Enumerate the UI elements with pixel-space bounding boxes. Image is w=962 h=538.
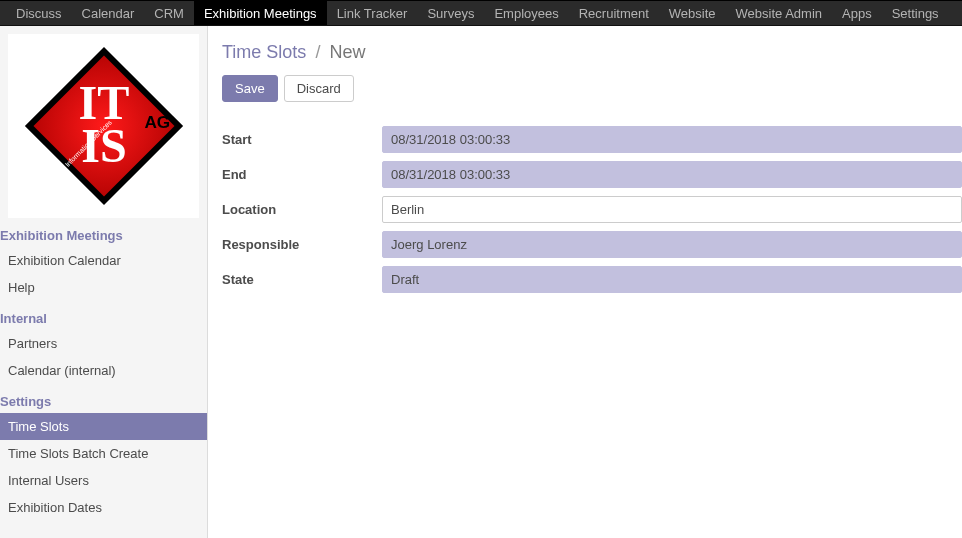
breadcrumb-parent[interactable]: Time Slots [222,42,306,62]
main-content: Time Slots / New Save Discard Start End … [208,26,962,538]
input-end[interactable] [382,161,962,188]
nav-calendar[interactable]: Calendar [72,1,145,25]
nav-website-admin[interactable]: Website Admin [726,1,832,25]
input-start[interactable] [382,126,962,153]
sidebar-section-exhibition-meetings: Exhibition Meetings [0,218,207,247]
sidebar-item-calendar-internal[interactable]: Calendar (internal) [0,357,207,384]
sidebar-section-internal: Internal [0,301,207,330]
sidebar-item-help[interactable]: Help [0,274,207,301]
nav-apps[interactable]: Apps [832,1,882,25]
nav-recruitment[interactable]: Recruitment [569,1,659,25]
logo-icon: IT IS AG Information Technologies Inform… [18,40,190,212]
nav-website[interactable]: Website [659,1,726,25]
save-button[interactable]: Save [222,75,278,102]
label-location: Location [222,202,382,217]
label-end: End [222,167,382,182]
top-nav: Discuss Calendar CRM Exhibition Meetings… [0,0,962,26]
label-responsible: Responsible [222,237,382,252]
sidebar-item-partners[interactable]: Partners [0,330,207,357]
nav-employees[interactable]: Employees [484,1,568,25]
sidebar-item-exhibition-calendar[interactable]: Exhibition Calendar [0,247,207,274]
logo: IT IS AG Information Technologies Inform… [8,34,199,218]
input-state[interactable] [382,266,962,293]
form: Start End Location Responsible State [222,126,962,293]
nav-discuss[interactable]: Discuss [6,1,72,25]
nav-surveys[interactable]: Surveys [417,1,484,25]
input-responsible[interactable] [382,231,962,258]
breadcrumb: Time Slots / New [222,42,962,75]
svg-text:AG: AG [144,112,170,132]
sidebar: IT IS AG Information Technologies Inform… [0,26,208,538]
sidebar-item-time-slots[interactable]: Time Slots [0,413,207,440]
sidebar-section-settings: Settings [0,384,207,413]
discard-button[interactable]: Discard [284,75,354,102]
nav-settings[interactable]: Settings [882,1,949,25]
action-buttons: Save Discard [222,75,962,102]
sidebar-item-time-slots-batch-create[interactable]: Time Slots Batch Create [0,440,207,467]
sidebar-item-exhibition-dates[interactable]: Exhibition Dates [0,494,207,521]
nav-crm[interactable]: CRM [144,1,194,25]
input-location[interactable] [382,196,962,223]
nav-exhibition-meetings[interactable]: Exhibition Meetings [194,1,327,25]
sidebar-item-internal-users[interactable]: Internal Users [0,467,207,494]
label-state: State [222,272,382,287]
label-start: Start [222,132,382,147]
breadcrumb-current: New [329,42,365,62]
breadcrumb-separator: / [311,42,324,62]
nav-link-tracker[interactable]: Link Tracker [327,1,418,25]
